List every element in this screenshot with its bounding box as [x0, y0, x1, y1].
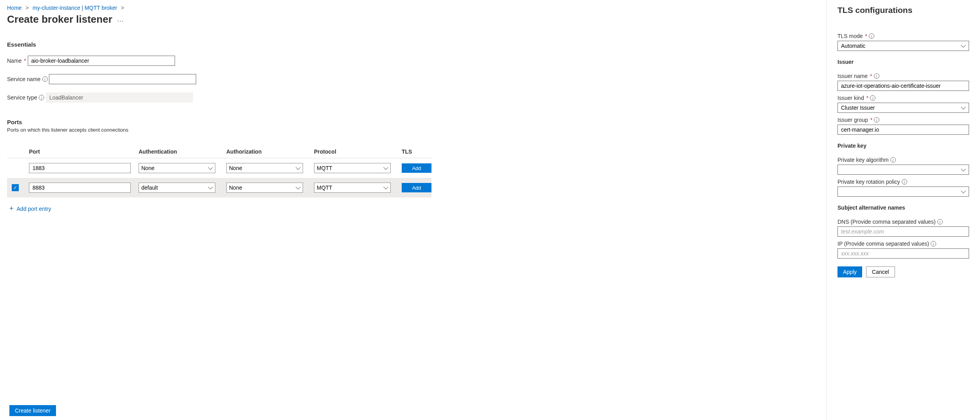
required-indicator: * [870, 117, 872, 123]
cancel-button[interactable]: Cancel [866, 266, 895, 277]
issuer-kind-field: Issuer kind* i [837, 95, 969, 113]
col-authentication: Authentication [139, 148, 226, 155]
required-indicator: * [870, 73, 872, 79]
dns-input[interactable] [837, 226, 969, 237]
pk-rotation-select[interactable] [837, 186, 969, 197]
port-input[interactable] [29, 183, 131, 193]
pk-rotation-label: Private key rotation policy i [837, 179, 907, 185]
ports-header-row: Port Authentication Authorization Protoc… [7, 145, 431, 158]
essentials-heading: Essentials [7, 41, 819, 48]
service-name-label: Service name i [7, 76, 48, 82]
info-icon[interactable]: i [874, 117, 879, 123]
issuer-name-label: Issuer name* i [837, 73, 879, 79]
page-title-row: Create broker listener ... [7, 13, 819, 25]
plus-icon: + [9, 205, 14, 213]
port-input[interactable] [29, 163, 131, 173]
info-icon[interactable]: i [874, 73, 879, 79]
issuer-group-label-text: Issuer group [837, 117, 868, 123]
protocol-select[interactable] [314, 183, 391, 193]
more-actions-icon[interactable]: ... [117, 15, 124, 24]
ports-description: Ports on which this listener accepts cli… [7, 127, 819, 133]
service-type-label: Service type i [7, 94, 44, 101]
required-indicator: * [866, 95, 868, 101]
tls-mode-label: TLS mode* i [837, 33, 874, 39]
dns-label: DNS (Provide comma separated values) i [837, 219, 943, 225]
add-port-entry-link[interactable]: + Add port entry [9, 205, 51, 213]
tls-mode-select[interactable] [837, 41, 969, 51]
ip-field: IP (Provide comma separated values) i [837, 241, 969, 259]
service-name-label-text: Service name [7, 76, 41, 82]
breadcrumb-instance[interactable]: my-cluster-instance | MQTT broker [32, 5, 117, 11]
tls-config-panel: TLS configurations TLS mode* i Issuer Is… [826, 0, 980, 420]
essentials-section: Essentials Name* Service name i Service … [7, 41, 819, 103]
row-checkbox[interactable]: ✓ [12, 184, 19, 191]
authorization-select[interactable] [226, 183, 303, 193]
name-label-text: Name [7, 58, 22, 64]
service-type-input [46, 92, 193, 103]
panel-footer: Apply Cancel [837, 266, 969, 277]
info-icon[interactable]: i [937, 219, 943, 224]
info-icon[interactable]: i [902, 179, 907, 185]
required-indicator: * [865, 33, 867, 39]
info-icon[interactable]: i [890, 157, 896, 163]
required-indicator: * [24, 58, 26, 64]
pk-rotation-label-text: Private key rotation policy [837, 179, 900, 185]
service-type-label-text: Service type [7, 94, 37, 101]
info-icon[interactable]: i [869, 33, 874, 39]
chevron-right-icon: > [121, 5, 124, 11]
dns-label-text: DNS (Provide comma separated values) [837, 219, 936, 225]
authorization-select[interactable] [226, 163, 303, 173]
col-authorization: Authorization [226, 148, 314, 155]
issuer-name-input[interactable] [837, 81, 969, 91]
dns-field: DNS (Provide comma separated values) i [837, 219, 969, 237]
pk-algorithm-label-text: Private key algorithm [837, 157, 889, 163]
pk-rotation-field: Private key rotation policy i [837, 179, 969, 197]
pk-algorithm-field: Private key algorithm i [837, 157, 969, 175]
service-name-input[interactable] [49, 74, 196, 84]
page-title: Create broker listener [7, 13, 112, 25]
breadcrumb: Home > my-cluster-instance | MQTT broker… [7, 5, 819, 11]
name-input[interactable] [28, 56, 175, 66]
issuer-group-label: Issuer group* i [837, 117, 879, 123]
name-field: Name* [7, 56, 819, 66]
ip-label: IP (Provide comma separated values) i [837, 241, 936, 247]
add-port-entry-label: Add port entry [17, 206, 51, 212]
col-tls: TLS [402, 148, 431, 155]
chevron-right-icon: > [25, 5, 29, 11]
tls-mode-field: TLS mode* i [837, 33, 969, 51]
pk-algorithm-select[interactable] [837, 165, 969, 175]
col-protocol: Protocol [314, 148, 402, 155]
ip-label-text: IP (Provide comma separated values) [837, 241, 929, 247]
authentication-select[interactable] [139, 163, 215, 173]
breadcrumb-home[interactable]: Home [7, 5, 22, 11]
info-icon[interactable]: i [42, 76, 48, 82]
info-icon[interactable]: i [931, 241, 936, 246]
info-icon[interactable]: i [39, 95, 44, 100]
col-port: Port [29, 148, 139, 155]
issuer-heading: Issuer [837, 59, 969, 65]
ports-heading: Ports [7, 119, 819, 125]
main-content: Home > my-cluster-instance | MQTT broker… [0, 0, 826, 420]
issuer-kind-label-text: Issuer kind [837, 95, 864, 101]
service-name-field: Service name i [7, 74, 819, 85]
protocol-select[interactable] [314, 163, 391, 173]
authentication-select[interactable] [139, 183, 215, 193]
issuer-kind-select[interactable] [837, 103, 969, 113]
issuer-name-field: Issuer name* i [837, 73, 969, 91]
apply-button[interactable]: Apply [837, 266, 862, 277]
issuer-kind-label: Issuer kind* i [837, 95, 875, 101]
create-listener-button[interactable]: Create listener [9, 405, 56, 416]
ports-section: Ports Ports on which this listener accep… [7, 119, 819, 213]
ip-input[interactable] [837, 248, 969, 259]
table-row: ✓ Add [7, 178, 431, 197]
service-type-field: Service type i [7, 92, 819, 103]
tls-add-button[interactable]: Add [402, 163, 431, 173]
issuer-group-input[interactable] [837, 125, 969, 135]
ports-table: Port Authentication Authorization Protoc… [7, 145, 431, 197]
issuer-name-label-text: Issuer name [837, 73, 868, 79]
info-icon[interactable]: i [870, 95, 875, 101]
tls-add-button[interactable]: Add [402, 183, 431, 192]
pk-algorithm-label: Private key algorithm i [837, 157, 896, 163]
table-row: Add [7, 158, 431, 178]
tls-mode-label-text: TLS mode [837, 33, 863, 39]
